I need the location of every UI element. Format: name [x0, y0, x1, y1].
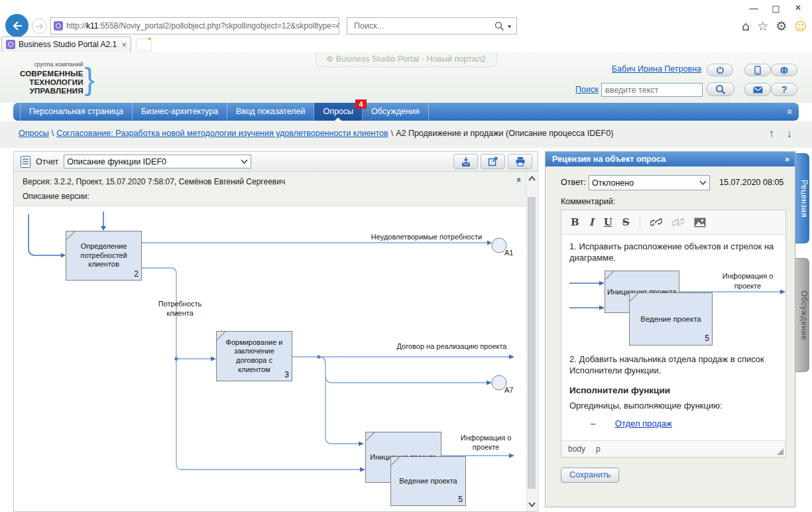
- browser-search-input[interactable]: [353, 21, 494, 31]
- nav-tab-business-architecture[interactable]: Бизнес-архитектура: [133, 103, 227, 121]
- box-label: Формирование и заключение договора с кли…: [220, 338, 288, 375]
- panel-collapse-icon[interactable]: »: [785, 152, 789, 166]
- browser-chrome: — □ × http://k11:5558/Noviy_portal2/poll…: [0, 0, 812, 52]
- new-tab-button[interactable]: [136, 38, 152, 52]
- arrow-label-contract: Договор на реализацию проекта: [390, 342, 513, 351]
- logo-brace: }: [85, 64, 95, 94]
- review-panel-header[interactable]: Рецензия на объект опроса »: [546, 152, 795, 166]
- editor-resize-handle[interactable]: [777, 448, 783, 455]
- mobile-version-button[interactable]: [744, 64, 771, 76]
- review-panel-title: Рецензия на объект опроса: [552, 155, 666, 164]
- forward-button[interactable]: [32, 19, 47, 34]
- menu-collapse-icon[interactable]: »: [782, 109, 793, 114]
- breadcrumb-polls-link[interactable]: Опросы: [19, 129, 49, 138]
- search-dropdown-icon[interactable]: ▾: [508, 23, 511, 30]
- diagram-box-define-needs[interactable]: Определение потребностей клиентов 2: [66, 231, 142, 281]
- element-path-body[interactable]: body: [568, 444, 585, 454]
- browser-tab[interactable]: Business Studio Portal A2.1 ... ×: [1, 36, 131, 52]
- box-label: Ведение проекта: [399, 477, 457, 486]
- review-panel: Рецензия на объект опроса » Ответ: Откло…: [545, 151, 795, 507]
- next-object-arrow-icon[interactable]: ↓: [787, 127, 793, 141]
- question-mark-icon: ?: [782, 84, 787, 95]
- address-bar[interactable]: http://k11:5558/Noviy_portal2/pollobject…: [50, 17, 339, 34]
- user-name-link[interactable]: Бабич Ирина Петровна: [612, 64, 701, 74]
- italic-button[interactable]: I: [589, 216, 594, 228]
- open-in-window-button[interactable]: [481, 154, 505, 169]
- diagram-box-manage-project[interactable]: Ведение проекта 5: [390, 456, 466, 506]
- messages-button[interactable]: [744, 83, 771, 96]
- send-report-button[interactable]: [453, 154, 478, 169]
- underline-button[interactable]: U: [604, 216, 612, 228]
- element-path-p[interactable]: p: [596, 444, 601, 454]
- home-icon[interactable]: ⌂: [742, 19, 750, 33]
- favorites-star-icon[interactable]: ☆: [757, 19, 768, 33]
- mobile-phone-icon: [754, 66, 761, 75]
- export-envelope-icon: [461, 157, 471, 167]
- side-tab-discussion[interactable]: Обсуждение: [795, 258, 809, 372]
- settings-gear-icon[interactable]: ⚙: [776, 19, 787, 33]
- portal-title: Business Studio Portal - Новый портал2: [336, 54, 486, 64]
- nav-tab-discussions[interactable]: Обсуждения: [363, 103, 429, 121]
- back-button[interactable]: [5, 14, 29, 37]
- print-button[interactable]: [508, 154, 532, 169]
- portal-search-link[interactable]: Поиск: [575, 85, 599, 94]
- report-panel: Отчет Описание функции IDEF0 Версия: 3.2…: [13, 151, 538, 512]
- company-logo: группа компаний СОВРЕМЕННЫЕ ТЕХНОЛОГИИ У…: [20, 60, 95, 96]
- main-menu: Персональная страница Бизнес-архитектура…: [13, 103, 799, 121]
- bold-button[interactable]: B: [571, 216, 579, 228]
- scroll-up-icon[interactable]: [528, 176, 536, 181]
- prev-object-arrow-icon[interactable]: ↑: [769, 127, 775, 141]
- help-button[interactable]: ?: [771, 83, 797, 96]
- diagram-box-contract[interactable]: Формирование и заключение договора с кли…: [216, 331, 292, 381]
- language-button[interactable]: [771, 64, 797, 76]
- url-rest: :5558/Noviy_portal2/pollobject.php?skpol…: [99, 21, 340, 31]
- minimize-button[interactable]: —: [744, 2, 764, 15]
- list-dash: –: [591, 418, 595, 428]
- editor-content[interactable]: 1. Исправить расположение объектов и стр…: [561, 235, 785, 442]
- version-description-label: Описание версии:: [23, 192, 89, 201]
- box-number: 5: [458, 495, 463, 505]
- report-scrollbar[interactable]: [526, 172, 537, 511]
- insert-image-icon[interactable]: [694, 218, 706, 227]
- breadcrumb-separator: \: [49, 129, 56, 138]
- portal-search-button[interactable]: [707, 82, 734, 96]
- url-host: k11: [86, 21, 98, 31]
- back-arrow-icon: [12, 21, 23, 31]
- portal-gear-icon: ⚙: [326, 54, 333, 64]
- smiley-feedback-icon[interactable]: ☺: [794, 19, 807, 33]
- globe-icon: [780, 66, 789, 75]
- sales-department-link[interactable]: Отдел продаж: [615, 418, 672, 428]
- editor-toolbar: B I U S: [561, 210, 785, 235]
- box-label: Определение потребностей клиентов: [70, 242, 138, 269]
- portal-search-input[interactable]: [601, 83, 703, 97]
- maximize-button[interactable]: □: [766, 2, 786, 15]
- nav-tab-polls[interactable]: Опросы 4: [314, 103, 363, 121]
- comment-paragraph-1: 1. Исправить расположение объектов и стр…: [569, 241, 778, 263]
- node-label-a7: A7: [504, 386, 513, 394]
- close-button[interactable]: ×: [788, 1, 808, 15]
- save-button[interactable]: Сохранить: [561, 468, 619, 483]
- insert-link-icon[interactable]: [650, 217, 662, 227]
- nav-tab-personal-page[interactable]: Персональная страница: [20, 103, 133, 121]
- browser-search-box[interactable]: ▾: [347, 17, 517, 34]
- report-document-icon: [21, 156, 30, 168]
- nav-tab-indicators-input[interactable]: Ввод показателей: [227, 103, 314, 121]
- logout-button[interactable]: [707, 64, 733, 76]
- version-collapse-icon[interactable]: »: [513, 178, 523, 182]
- toolbar-divider: [640, 216, 640, 229]
- breadcrumb-agreement-link[interactable]: Согласование: Разработка новой методолог…: [56, 129, 388, 138]
- scroll-down-icon[interactable]: [528, 502, 536, 507]
- side-tab-review[interactable]: Рецензия: [795, 153, 809, 243]
- report-type-select[interactable]: Описание функции IDEF0: [64, 155, 251, 168]
- box-number: 2: [134, 269, 139, 279]
- arrow-label-project-info: Информация о проекте: [457, 433, 515, 452]
- strikethrough-button[interactable]: S: [622, 216, 630, 228]
- search-icon[interactable]: [494, 21, 504, 31]
- answer-label: Ответ:: [561, 178, 586, 187]
- scrollbar-thumb[interactable]: [528, 197, 536, 489]
- box-label: Ведение проекта: [640, 314, 701, 324]
- tab-close-icon[interactable]: ×: [121, 40, 127, 50]
- node-label-a1: A1: [504, 249, 513, 257]
- answer-select[interactable]: Отклонено: [589, 175, 710, 190]
- answer-value: Отклонено: [592, 178, 634, 188]
